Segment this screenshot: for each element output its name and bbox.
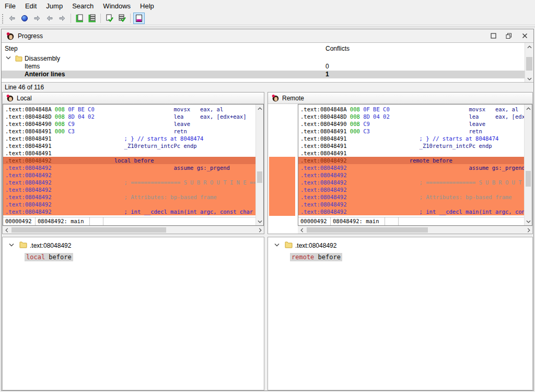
listing-line[interactable]: .text:08048491 _Z10return_intcPc endp (5, 142, 255, 149)
listing-line[interactable]: .text:08048491 ; } // starts at 8048474 (300, 135, 524, 142)
next-conflict-button[interactable] (56, 13, 68, 24)
accept-document-button[interactable] (103, 13, 115, 24)
scroll-thumb[interactable] (307, 227, 428, 233)
listing-line[interactable]: .text:08048491 _Z10return_intcPc endp (300, 142, 524, 149)
steps-vertical-scrollbar[interactable] (525, 43, 533, 83)
scroll-track[interactable] (525, 51, 533, 75)
scroll-track[interactable] (306, 226, 525, 234)
listing-line[interactable]: .text:08048492 ; =============== S U B R… (3, 179, 255, 186)
restore-button[interactable] (505, 32, 513, 40)
menu-edit[interactable]: Edit (20, 1, 41, 11)
listing-line[interactable]: .text:0804848A 008 0F BE C0 movsx eax, a… (5, 106, 255, 113)
step-row-anterior-lines[interactable]: Anterior lines1 (2, 71, 525, 78)
unchanged-word: before (45, 253, 72, 261)
listing-line[interactable]: .text:08048492 assume gs:_prgend (298, 164, 524, 171)
previous-conflict-button[interactable] (44, 13, 55, 24)
accept-database-button[interactable] (116, 13, 127, 24)
diff-change-marker (269, 157, 295, 216)
local-disassembly-listing[interactable]: .text:0804848A 008 0F BE C0 movsx eax, a… (3, 105, 255, 217)
listing-line[interactable]: .text:08048492 (3, 186, 255, 193)
toolbar-separator (100, 14, 101, 23)
conflict-line-row[interactable]: local before (3, 253, 264, 262)
scroll-thumb[interactable] (526, 57, 532, 71)
scroll-track[interactable] (10, 226, 256, 234)
listing-line[interactable]: .text:08048491 (5, 149, 255, 157)
listing-line[interactable]: .text:08048490 008 C9 leave (300, 120, 524, 128)
menu-file[interactable]: File (0, 1, 20, 11)
remote-conflict-text[interactable]: remote before (290, 253, 342, 261)
menu-windows[interactable]: Windows (98, 1, 135, 11)
listing-line[interactable]: .text:08048491 000 C3 retn (5, 128, 255, 135)
listing-line[interactable]: .text:08048491 000 C3 retn (300, 128, 524, 135)
listing-line[interactable]: .text:08048492 ; int __cdecl main(int ar… (3, 208, 255, 215)
scroll-right-icon[interactable] (525, 226, 532, 234)
listing-line[interactable]: .text:08048491 ; } // starts at 8048474 (5, 135, 255, 142)
listing-line[interactable]: .text:08048492 (298, 186, 524, 193)
chevron-down-icon[interactable] (274, 243, 280, 247)
listing-line[interactable]: .text:08048492 ; int __cdecl main(int ar… (298, 208, 524, 215)
scroll-up-icon[interactable] (525, 105, 532, 112)
local-horizontal-scrollbar[interactable] (3, 226, 264, 234)
menu-help[interactable]: Help (135, 1, 159, 11)
toolbar-drag-handle[interactable] (1, 13, 4, 24)
import-database-button[interactable] (86, 13, 98, 24)
listing-line[interactable]: .text:08048492 (3, 171, 255, 179)
listing-line[interactable]: .text:08048491 (300, 149, 524, 157)
scroll-down-icon[interactable] (256, 217, 263, 225)
listing-line[interactable]: .text:08048492 local before (3, 157, 255, 164)
close-icon[interactable] (521, 32, 528, 40)
menu-search[interactable]: Search (67, 1, 98, 11)
local-conflict-text[interactable]: local before (25, 253, 73, 261)
previous-arrow-icon (45, 14, 54, 22)
scroll-down-icon[interactable] (525, 75, 533, 83)
toolbar (0, 11, 535, 25)
chevron-down-icon[interactable] (6, 56, 11, 60)
listing-line[interactable]: .text:08048492 (3, 201, 255, 208)
listing-line[interactable]: .text:08048490 008 C9 leave (5, 120, 255, 128)
scroll-track[interactable] (256, 112, 263, 217)
current-location-button[interactable] (19, 13, 30, 24)
menu-bar: FileEditJumpSearchWindowsHelp (0, 0, 535, 11)
scroll-thumb[interactable] (526, 171, 531, 187)
remote-horizontal-scrollbar[interactable] (298, 226, 532, 234)
progress-titlebar[interactable]: Progress (2, 29, 533, 43)
local-vertical-scrollbar[interactable] (255, 105, 263, 225)
status-cell (90, 217, 103, 225)
scroll-left-icon[interactable] (298, 226, 306, 234)
tree-node-row[interactable]: .text:08048492 (268, 240, 532, 251)
merge-view-toggle-button[interactable] (133, 13, 145, 24)
listing-line[interactable]: .text:0804848D 008 8D 04 02 lea eax, [ed… (5, 113, 255, 120)
listing-line[interactable]: .text:08048492 ; Attributes: bp-based fr… (3, 193, 255, 201)
remote-pane: Remote .text:0804848A 008 0F BE C0 movsx… (268, 92, 533, 234)
scroll-thumb[interactable] (257, 171, 262, 183)
scroll-right-icon[interactable] (256, 226, 264, 234)
listing-line[interactable]: .text:08048492 ; =============== S U B R… (298, 179, 524, 186)
tree-node-row[interactable]: .text:08048492 (3, 240, 264, 251)
toolbar-separator (71, 14, 71, 23)
chevron-down-icon[interactable] (9, 243, 14, 247)
listing-line[interactable]: .text:08048492 (298, 171, 524, 179)
remote-pane-header: Remote (268, 93, 532, 104)
menu-jump[interactable]: Jump (41, 1, 67, 11)
scroll-track[interactable] (525, 112, 532, 217)
scroll-down-icon[interactable] (525, 217, 532, 225)
scroll-up-icon[interactable] (525, 43, 533, 51)
remote-vertical-scrollbar[interactable] (524, 105, 532, 225)
listing-line[interactable]: .text:08048492 assume gs:_prgend (3, 164, 255, 171)
conflict-line-row[interactable]: remote before (268, 253, 532, 262)
listing-line[interactable]: .text:0804848D 008 8D 04 02 lea eax, [ed… (300, 113, 524, 120)
scroll-left-icon[interactable] (3, 226, 10, 234)
scroll-thumb[interactable] (11, 227, 166, 233)
forward-arrow-button[interactable] (31, 13, 43, 24)
listing-line[interactable]: .text:0804848A 008 0F BE C0 movsx eax, a… (300, 106, 524, 113)
remote-disassembly-listing[interactable]: .text:0804848A 008 0F BE C0 movsx eax, a… (298, 105, 524, 217)
listing-line[interactable]: .text:08048492 ; Attributes: bp-based fr… (298, 193, 524, 201)
step-row-items[interactable]: Items0 (2, 63, 533, 71)
listing-line[interactable]: .text:08048492 (298, 201, 524, 208)
back-arrow-button[interactable] (6, 13, 18, 24)
listing-line[interactable]: .text:08048492 remote before (298, 157, 524, 164)
import-document-button[interactable] (74, 13, 85, 24)
maximize-button[interactable] (490, 32, 497, 40)
step-row-disassembly[interactable]: Disassembly (2, 55, 533, 63)
scroll-up-icon[interactable] (256, 105, 263, 112)
